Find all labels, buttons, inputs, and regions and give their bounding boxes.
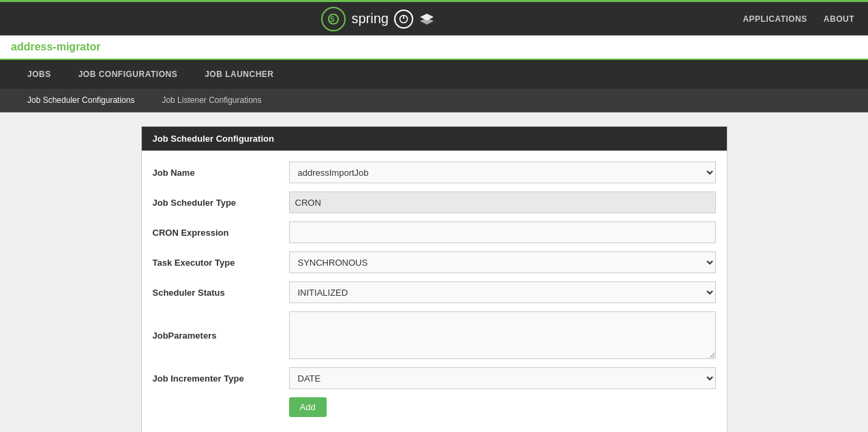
scheduler-type-row: Job Scheduler Type [153, 191, 716, 213]
form-card-header: Job Scheduler Configuration [142, 127, 727, 151]
form-card: Job Scheduler Configuration Job Name add… [141, 126, 728, 432]
scheduler-status-label: Scheduler Status [153, 288, 289, 298]
sub-navbar: JOBS JOB CONFIGURATIONS JOB LAUNCHER [0, 60, 868, 89]
job-launcher-nav-link[interactable]: JOB LAUNCHER [191, 60, 287, 89]
scheduler-type-label: Job Scheduler Type [153, 198, 289, 208]
form-card-body: Job Name addressImportJob Job Scheduler … [142, 151, 727, 432]
brand-name: spring [351, 11, 388, 27]
scheduler-type-input [289, 191, 716, 213]
scheduler-status-row: Scheduler Status INITIALIZED RUNNING STO… [153, 281, 716, 303]
spring-logo-icon: S [321, 7, 346, 31]
job-name-select[interactable]: addressImportJob [289, 161, 716, 183]
applications-link[interactable]: APPLICATIONS [743, 14, 807, 24]
svg-marker-4 [420, 18, 434, 25]
job-scheduler-configurations-link[interactable]: Job Scheduler Configurations [14, 89, 148, 112]
job-incrementer-type-row: Job Incrementer Type DATE NONE [153, 367, 716, 389]
job-name-row: Job Name addressImportJob [153, 161, 716, 183]
job-incrementer-type-label: Job Incrementer Type [153, 373, 289, 384]
brand: S spring [14, 7, 743, 31]
jobs-nav-link[interactable]: JOBS [14, 60, 65, 89]
job-parameters-row: JobParameters [153, 311, 716, 359]
top-navbar: S spring APPLICATIONS ABOUT [0, 0, 868, 35]
task-executor-type-select[interactable]: SYNCHRONOUS ASYNCHRONOUS [289, 251, 716, 273]
cron-expression-input[interactable] [289, 221, 716, 243]
secondary-navbar: Job Scheduler Configurations Job Listene… [0, 89, 868, 112]
app-title-bar: address-migrator [0, 35, 868, 60]
top-nav-links: APPLICATIONS ABOUT [743, 14, 854, 24]
task-executor-type-label: Task Executor Type [153, 258, 289, 268]
task-executor-type-row: Task Executor Type SYNCHRONOUS ASYNCHRON… [153, 251, 716, 273]
form-card-title: Job Scheduler Configuration [153, 134, 274, 144]
svg-text:S: S [330, 16, 335, 23]
job-parameters-label: JobParameters [153, 330, 289, 341]
job-incrementer-type-select[interactable]: DATE NONE [289, 367, 716, 389]
job-configurations-nav-link[interactable]: JOB CONFIGURATIONS [65, 60, 191, 89]
job-name-label: Job Name [153, 168, 289, 178]
about-link[interactable]: ABOUT [824, 14, 854, 24]
add-button-row: Add [153, 397, 716, 417]
layers-icon [419, 12, 435, 26]
job-parameters-textarea[interactable] [289, 311, 716, 359]
add-button[interactable]: Add [289, 397, 327, 417]
job-listener-configurations-link[interactable]: Job Listener Configurations [148, 89, 275, 112]
power-icon [394, 10, 413, 29]
cron-expression-label: CRON Expression [153, 228, 289, 238]
scheduler-status-select[interactable]: INITIALIZED RUNNING STOPPED [289, 281, 716, 303]
main-content: Job Scheduler Configuration Job Name add… [0, 112, 868, 432]
app-title: address-migrator [11, 41, 101, 52]
cron-expression-row: CRON Expression [153, 221, 716, 243]
